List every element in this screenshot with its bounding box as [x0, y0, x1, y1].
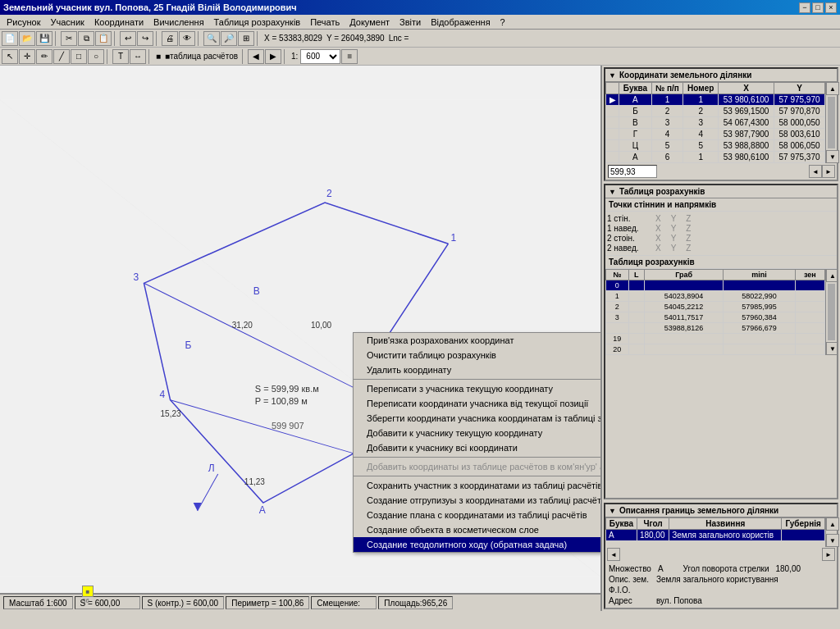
ctx-teodol[interactable]: Создание теодолитного ходу (обратная зад…: [354, 537, 602, 552]
tb-undo[interactable]: ↩: [120, 31, 136, 46]
tb-draw[interactable]: ✏: [36, 49, 52, 64]
menu-zvity[interactable]: Звіти: [395, 16, 426, 28]
tb-open[interactable]: 📂: [19, 31, 35, 46]
sep-1: [55, 31, 58, 46]
h-scroll-right[interactable]: ►: [822, 165, 835, 178]
ctx-otgrupiz[interactable]: Создание отгрупизуы з координатами из та…: [354, 493, 602, 508]
tb-zoom-in[interactable]: 🔍: [203, 31, 220, 46]
tb-circle[interactable]: ○: [88, 49, 104, 64]
tb-print[interactable]: 🖨: [162, 31, 178, 46]
calc-scroll-thumb[interactable]: [828, 284, 835, 340]
tb-copy[interactable]: ⧉: [78, 31, 94, 46]
tb-new[interactable]: 📄: [2, 31, 18, 46]
row-indicator-3: [606, 129, 619, 140]
calc-row-0[interactable]: 0: [606, 280, 825, 291]
menu-dokument[interactable]: Документ: [345, 16, 395, 28]
menu-koordinaty[interactable]: Координати: [89, 16, 148, 28]
tb-paste[interactable]: 📋: [95, 31, 112, 46]
calc-n-3: 3: [606, 312, 629, 323]
calc-row-3[interactable]: 3 54011,7517 57960,384: [606, 312, 825, 323]
menu-uchastnyk[interactable]: Учасник: [46, 16, 89, 28]
scale-select[interactable]: 600 1000 2000: [300, 49, 340, 64]
ctx-plan[interactable]: Создание плана с координатами из таблиці…: [354, 508, 602, 522]
calc-scroll-down[interactable]: ▼: [826, 342, 837, 355]
desc-collapse-btn[interactable]: ▼: [609, 507, 616, 515]
coord-row-2[interactable]: В 3 3 54 067,4300 58 000,050: [606, 117, 825, 129]
calc-col-grab: Граб: [644, 270, 723, 280]
drawing-area[interactable]: 2 3 В Б 4 Г 5 Д А Л 1 31,20 10,00 9,21 1…: [0, 66, 602, 611]
calc-row-4[interactable]: 53988,8126 57966,679: [606, 323, 825, 334]
calc-collapse-btn[interactable]: ▼: [609, 188, 616, 196]
naved1-x: X: [655, 224, 661, 233]
calc-scrollbar[interactable]: ▲ ▼: [825, 269, 837, 355]
coords-collapse-btn[interactable]: ▼: [609, 71, 616, 80]
maximize-button[interactable]: □: [812, 2, 824, 13]
calc-row-1[interactable]: 1 54023,8904 58022,990: [606, 291, 825, 302]
sep-7: [148, 49, 152, 64]
calc-l-6: [628, 344, 644, 355]
ctx-privyazka[interactable]: Прив'язка розрахованих координат: [354, 333, 602, 348]
calc-row-6[interactable]: 20: [606, 344, 825, 355]
coord-row-4[interactable]: Ц 5 5 53 988,8800 58 006,050: [606, 140, 825, 152]
tb-cut[interactable]: ✂: [61, 31, 77, 46]
ctx-zberegty[interactable]: Зберегти координати учасника координатам…: [354, 411, 602, 426]
coords-scrollbar[interactable]: ▲ ▼: [825, 82, 837, 163]
tb-redo[interactable]: ↪: [137, 31, 153, 46]
tb-fit[interactable]: ⊞: [238, 31, 254, 46]
scroll-thumb[interactable]: [828, 97, 835, 148]
ctx-cosmetic[interactable]: Создание объекта в косметическом слое: [354, 522, 602, 537]
menu-pechat[interactable]: Печать: [305, 16, 345, 28]
menu-tablitsa[interactable]: Таблиця розрахунків: [209, 16, 306, 28]
tb-move[interactable]: ✛: [19, 49, 35, 64]
tb-layer[interactable]: ≡: [341, 49, 358, 64]
menu-rysunok[interactable]: Рисунок: [2, 16, 46, 28]
menu-otobrazhenie[interactable]: Відображення: [426, 16, 495, 28]
coord-row-5[interactable]: А 6 1 53 980,6100 57 975,370: [606, 152, 825, 163]
desc-h-right[interactable]: ►: [822, 548, 835, 561]
svg-text:А: А: [259, 504, 266, 516]
tb-next-page[interactable]: ▶: [265, 49, 281, 64]
desc-scroll-down[interactable]: ▼: [826, 534, 839, 547]
ctx-udalit[interactable]: Удалить координату: [354, 362, 602, 377]
desc-row-0[interactable]: А 180,00 Земля загального користів: [606, 530, 825, 541]
tb-text[interactable]: T: [112, 49, 129, 64]
coord-row-3[interactable]: Г 4 4 53 987,7900 58 003,610: [606, 129, 825, 140]
tb-save[interactable]: 💾: [36, 31, 52, 46]
ctx-ochistit[interactable]: Очистити таблицю розрахунків: [354, 348, 602, 362]
tb-zoom-out[interactable]: 🔎: [221, 31, 237, 46]
tb-line[interactable]: ╱: [53, 49, 70, 64]
calc-row-5[interactable]: 19: [606, 334, 825, 344]
tb-prev-page[interactable]: ◀: [248, 49, 264, 64]
info-label-ugol: Угол поворота стрелки: [683, 564, 769, 573]
ctx-dobavit-tek[interactable]: Добавити к учаснику текущую координату: [354, 426, 602, 440]
coords-input[interactable]: [608, 165, 657, 178]
scroll-up[interactable]: ▲: [826, 82, 839, 95]
nomer-1: 2: [683, 106, 719, 117]
calc-scroll-up[interactable]: ▲: [826, 269, 837, 282]
calc-row-2[interactable]: 2 54045,2212 57985,995: [606, 302, 825, 312]
menu-vychisleniya[interactable]: Вичислення: [148, 16, 209, 28]
title-controls[interactable]: − □ ×: [799, 2, 837, 13]
h-scroll-left[interactable]: ◄: [809, 165, 822, 178]
coord-row-0[interactable]: ▶ А 1 1 53 980,6100 57 975,970: [606, 94, 825, 106]
tb-preview[interactable]: 👁: [179, 31, 195, 46]
ctx-dobavit-all[interactable]: Добавити к учаснику всі координати: [354, 440, 602, 455]
desc-scroll-up[interactable]: ▲: [826, 517, 839, 531]
coord-row-1[interactable]: Б 2 2 53 969,1500 57 970,870: [606, 106, 825, 117]
desc-scrollbar[interactable]: ▲ ▼: [825, 517, 837, 547]
minimize-button[interactable]: −: [799, 2, 810, 13]
ctx-sohranit[interactable]: Сохранить участник з координатами из таб…: [354, 478, 602, 493]
calc-grab-0: [644, 280, 723, 291]
scroll-down[interactable]: ▼: [826, 150, 839, 163]
desc-h-left[interactable]: ◄: [607, 548, 620, 561]
ctx-perepisat-tek[interactable]: Переписати з учасника текущую координату: [354, 381, 602, 396]
ctx-perepisat-uchast[interactable]: Переписати координати учасника від текущ…: [354, 396, 602, 411]
tb-dim[interactable]: ↔: [130, 49, 146, 64]
desc-info: Множество А Угол поворота стрелки 180,00…: [605, 562, 837, 608]
close-button[interactable]: ×: [825, 2, 837, 13]
status-ploshad: Площадь:965,26: [378, 596, 453, 609]
tb-select[interactable]: ↖: [2, 49, 18, 64]
menu-help[interactable]: ?: [495, 16, 510, 28]
tb-rect[interactable]: □: [71, 49, 87, 64]
context-menu[interactable]: Прив'язка розрахованих координат Очистит…: [353, 332, 602, 553]
